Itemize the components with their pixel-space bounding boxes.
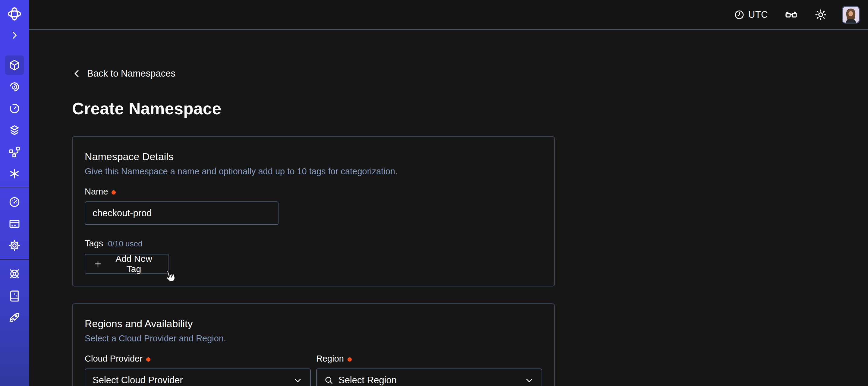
support-wheel-icon: [8, 267, 21, 280]
add-new-tag-label: Add New Tag: [107, 254, 160, 274]
back-link-label: Back to Namespaces: [87, 68, 176, 79]
sidebar-item-namespaces[interactable]: [5, 56, 24, 75]
deployments-layers-icon: [8, 124, 21, 137]
sidebar-expand-chevron-icon[interactable]: [9, 30, 20, 40]
topbar: UTC: [29, 0, 868, 30]
clock-icon: [734, 9, 745, 20]
region-placeholder: Select Region: [338, 375, 519, 386]
tags-count: 0/10 used: [108, 239, 142, 248]
usage-gauge-icon: [8, 196, 21, 208]
namespaces-cube-icon: [8, 59, 21, 71]
plus-icon: [94, 260, 102, 268]
namespace-details-card: Namespace Details Give this Namespace a …: [72, 136, 555, 287]
workflows-spiral-icon: [8, 81, 21, 93]
billing-card-icon: [8, 217, 21, 230]
required-indicator: [146, 357, 150, 362]
timezone-selector[interactable]: UTC: [734, 9, 768, 20]
sidebar-divider: [0, 259, 29, 260]
nexus-asterisk-icon: [8, 167, 21, 180]
sidebar-item-settings[interactable]: [5, 236, 24, 255]
search-icon: [324, 376, 334, 385]
page-title: Create Namespace: [72, 99, 868, 118]
card-subtitle: Give this Namespace a name and optionall…: [85, 167, 542, 176]
cloud-provider-placeholder: Select Cloud Provider: [93, 375, 288, 386]
sidebar-item-getting-started[interactable]: [5, 307, 24, 327]
regions-card: Regions and Availability Select a Cloud …: [72, 303, 555, 386]
card-title: Regions and Availability: [85, 318, 542, 330]
sidebar-item-deployments[interactable]: [5, 121, 24, 140]
sidebar-item-usage[interactable]: [5, 192, 24, 212]
temporal-logo-icon: [7, 6, 22, 22]
tags-label: Tags: [85, 239, 103, 248]
sidebar-item-schedules[interactable]: [5, 99, 24, 118]
settings-gear-icon: [8, 239, 21, 252]
back-link[interactable]: Back to Namespaces: [72, 68, 176, 79]
region-label: Region: [316, 354, 344, 364]
sidebar-item-billing[interactable]: [5, 214, 24, 233]
add-new-tag-button[interactable]: Add New Tag: [85, 254, 169, 274]
chevron-down-icon: [293, 375, 303, 385]
sidebar: [0, 0, 29, 386]
required-indicator: [112, 190, 116, 195]
sidebar-item-workflows[interactable]: [5, 77, 24, 96]
sidebar-item-nexus[interactable]: [5, 164, 24, 183]
batch-branch-icon: [8, 146, 21, 158]
sidebar-item-docs[interactable]: [5, 286, 24, 305]
cloud-provider-label: Cloud Provider: [85, 354, 143, 364]
card-title: Namespace Details: [85, 151, 542, 162]
namespace-name-input[interactable]: [85, 202, 278, 225]
sidebar-item-support[interactable]: [5, 264, 24, 284]
region-select[interactable]: Select Region: [316, 368, 542, 386]
theme-sun-icon[interactable]: [814, 8, 827, 21]
sidebar-divider: [0, 187, 29, 188]
getting-started-rocket-icon: [8, 311, 21, 324]
user-avatar[interactable]: [842, 6, 860, 24]
main-content: Back to Namespaces Create Namespace Name…: [29, 31, 868, 386]
timezone-label: UTC: [748, 9, 768, 20]
sidebar-item-batch-operations[interactable]: [5, 142, 24, 161]
chevron-down-icon: [524, 375, 534, 385]
chevron-left-icon: [72, 69, 82, 79]
docs-book-icon: [8, 289, 21, 302]
required-indicator: [347, 357, 352, 362]
schedules-timer-icon: [8, 102, 21, 115]
card-subtitle: Select a Cloud Provider and Region.: [85, 333, 542, 344]
name-field-label: Name: [85, 187, 108, 197]
cloud-provider-select[interactable]: Select Cloud Provider: [85, 368, 311, 386]
glasses-icon[interactable]: [784, 8, 798, 22]
